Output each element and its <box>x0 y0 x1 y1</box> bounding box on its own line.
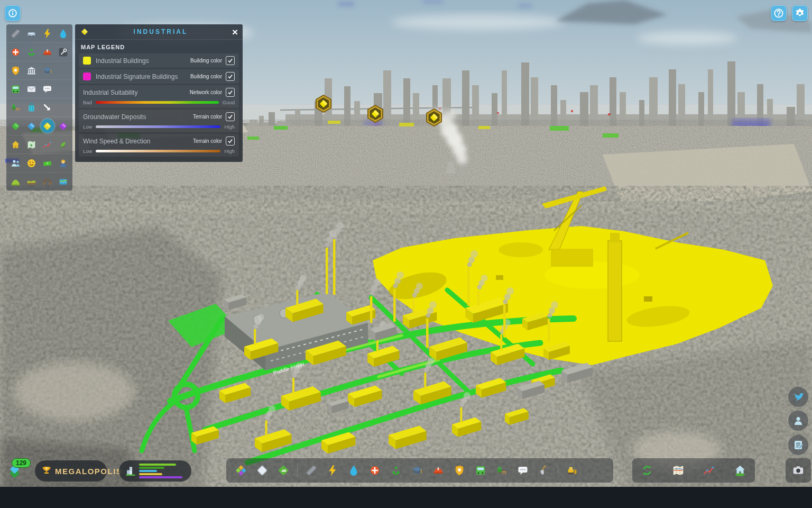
infoview-row-5 <box>6 98 72 117</box>
help-button[interactable] <box>771 5 787 21</box>
industrial-map-marker-3[interactable] <box>425 108 444 127</box>
close-icon[interactable]: × <box>232 27 238 37</box>
legend-header: INDUSTRIAL × <box>75 24 243 40</box>
infoview-noise-pollution-button[interactable] <box>41 175 54 188</box>
demand-bars <box>139 464 184 478</box>
infoview-zones-industrial-button[interactable] <box>41 119 54 133</box>
infoview-electricity-button[interactable] <box>41 26 54 40</box>
toolbar-healthcare-button[interactable] <box>368 464 382 477</box>
toolbar-roads-button[interactable] <box>304 464 318 477</box>
demand-bar-residential-high <box>139 467 164 469</box>
legend-low-label: Bad <box>83 99 92 105</box>
infoview-land-value-button[interactable] <box>8 138 22 151</box>
infoview-water-button[interactable] <box>57 26 70 40</box>
right-toolbar <box>632 458 755 483</box>
photo-mode-button[interactable] <box>791 464 805 477</box>
infoview-zones-residential-button[interactable] <box>8 119 22 133</box>
milestone-title-pill[interactable]: MEGALOPOLIS <box>35 460 107 482</box>
infoview-statistics-button[interactable] <box>41 138 54 151</box>
infoview-communications-button[interactable] <box>41 82 54 96</box>
legend-checkbox[interactable] <box>226 56 235 65</box>
demand-bar-office <box>139 476 182 478</box>
infoview-zones-office-button[interactable] <box>57 119 70 133</box>
info-icon <box>7 8 18 19</box>
infoview-workplaces-button[interactable] <box>57 156 70 170</box>
toolbar-signature-areas-button[interactable] <box>255 464 269 477</box>
toolbar-education-button[interactable] <box>410 464 424 477</box>
legend-title: INDUSTRIAL <box>89 28 232 35</box>
toolbar-landscaping-button[interactable] <box>276 464 290 477</box>
settings-button[interactable] <box>792 5 808 21</box>
infoview-routes-button[interactable] <box>41 101 54 114</box>
infoview-map-tiles-button[interactable]: ¢ <box>24 138 38 151</box>
demand-building-icon <box>124 465 137 477</box>
toolbar-zoning-button[interactable] <box>234 464 248 477</box>
legend-row-mode: Building color <box>190 74 222 79</box>
infoview-row-4 <box>6 80 72 98</box>
infoview-roads-button[interactable] <box>8 26 22 40</box>
infoview-mail-button[interactable] <box>24 82 38 96</box>
infoview-healthcare-button[interactable] <box>8 45 22 59</box>
infoview-transportation-button[interactable] <box>8 82 22 96</box>
legend-low-label: Low <box>83 148 92 154</box>
infoview-natural-resources-button[interactable] <box>57 138 70 151</box>
legend-section-label: MAP LEGEND <box>75 40 243 53</box>
legend-checkbox[interactable] <box>226 137 235 146</box>
toolbar-economy-button[interactable] <box>640 464 654 477</box>
infoview-zones-commercial-button[interactable] <box>24 119 38 133</box>
infoview-parks-recreation-button[interactable] <box>8 101 22 114</box>
legend-row-mode: Terrain color <box>193 114 222 120</box>
chirper-button[interactable] <box>788 387 808 407</box>
toolbar-terraforming-button[interactable] <box>537 464 551 477</box>
toolbar-transportation-button[interactable] <box>474 464 487 477</box>
citizens-button[interactable] <box>788 411 808 431</box>
toolbar-city-map-button[interactable] <box>671 464 685 477</box>
info-button[interactable] <box>5 5 21 21</box>
infoview-vehicles-button[interactable] <box>24 26 38 40</box>
toolbar-bulldozer-button[interactable] <box>565 464 579 477</box>
industrial-map-marker-1[interactable] <box>314 94 333 113</box>
status-bar: 08:11 Apr 2031 15°C Spring New Dollarton… <box>0 487 812 508</box>
infoview-administration-button[interactable] <box>24 64 38 77</box>
infoview-garbage-button[interactable] <box>24 45 38 59</box>
main-toolbar <box>226 458 613 483</box>
toolbar-divider <box>558 464 558 477</box>
legend-row-label: Industrial Suitability <box>83 89 190 96</box>
toolbar-garbage-button[interactable] <box>389 464 403 477</box>
legend-gradient-bar <box>96 125 220 128</box>
milestone-badge[interactable]: 129 <box>12 458 31 468</box>
infoview-happiness-button[interactable] <box>24 156 38 170</box>
infoview-fire-rescue-button[interactable] <box>41 45 54 59</box>
infoview-row-1 <box>6 24 72 43</box>
legend-row-5: Wind Speed & DirectionTerrain colorLowHi… <box>79 134 239 157</box>
toolbar-electricity-button[interactable] <box>326 464 339 477</box>
infoview-population-button[interactable] <box>8 156 22 170</box>
infoview-education-button[interactable] <box>41 64 54 77</box>
toolbar-communications-button[interactable] <box>516 464 530 477</box>
legend-checkbox[interactable] <box>226 72 235 81</box>
infoview-money-button[interactable] <box>41 156 54 170</box>
toolbar-police-button[interactable] <box>453 464 466 477</box>
infoview-water-pollution-button[interactable] <box>57 175 70 188</box>
toolbar-water-sewage-button[interactable] <box>347 464 361 477</box>
infoview-row-9 <box>6 173 72 190</box>
infoview-ground-pollution-button[interactable] <box>24 175 38 188</box>
toolbar-fire-rescue-button[interactable] <box>431 464 445 477</box>
infoview-tourism-button[interactable] <box>24 101 38 114</box>
infoview-maintenance-button[interactable] <box>57 45 70 59</box>
industrial-map-marker-2[interactable] <box>366 104 385 123</box>
infoview-terrain-button[interactable] <box>8 175 22 188</box>
toolbar-parks-recreation-button[interactable] <box>495 464 509 477</box>
person-icon <box>792 414 805 427</box>
toolbar-statistics-button[interactable] <box>702 464 716 477</box>
legend-checkbox[interactable] <box>226 88 235 97</box>
infoview-police-button[interactable] <box>8 64 22 77</box>
demand-pill[interactable] <box>119 460 191 482</box>
journal-button[interactable] <box>788 435 808 455</box>
legend-checkbox[interactable] <box>226 112 235 121</box>
industrial-zone-icon <box>80 27 89 37</box>
demand-bar-industrial <box>139 473 162 475</box>
toolbar-divider <box>297 464 298 477</box>
legend-panel: INDUSTRIAL × MAP LEGEND Industrial Build… <box>75 24 243 162</box>
toolbar-info-home-button[interactable] <box>733 464 747 477</box>
